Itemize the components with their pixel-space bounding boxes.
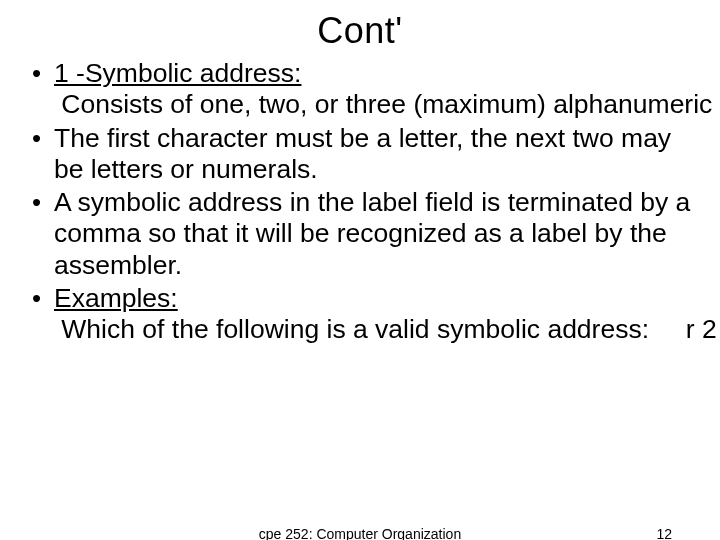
page-number: 12: [656, 526, 672, 540]
footer-center-text: cpe 252: Computer Organization: [0, 526, 720, 540]
slide: Cont' 1 -Symbolic address: Consists of o…: [0, 0, 720, 540]
bullet-4: Examples: Which of the following is a va…: [28, 283, 692, 346]
bullet-2: The first character must be a letter, th…: [28, 123, 692, 186]
bullet-4-lead: Examples:: [54, 283, 178, 313]
bullet-4-rest: Which of the following is a valid symbol…: [54, 314, 720, 344]
bullet-3: A symbolic address in the label field is…: [28, 187, 692, 281]
slide-body: 1 -Symbolic address: Consists of one, tw…: [0, 58, 720, 345]
bullet-1-lead: 1 -Symbolic address:: [54, 58, 301, 88]
bullet-1: 1 -Symbolic address: Consists of one, tw…: [28, 58, 692, 121]
bullet-1-rest: Consists of one, two, or three (maximum)…: [54, 89, 720, 119]
bullet-list: 1 -Symbolic address: Consists of one, tw…: [28, 58, 692, 345]
slide-title: Cont': [0, 0, 720, 58]
